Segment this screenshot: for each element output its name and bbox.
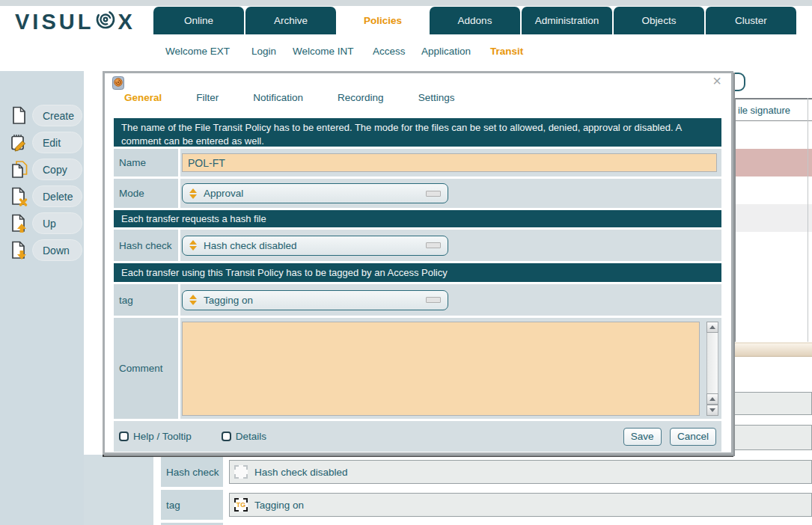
subnav-application[interactable]: Application [421,46,471,57]
table-row[interactable] [736,176,812,204]
new-document-icon [10,106,27,128]
help-tooltip-checkbox-group: Help / Tooltip [119,431,192,442]
hash-banner: Each transfer requests a hash file [114,210,721,227]
mode-row: Mode Approval [114,179,721,208]
tag-select[interactable]: Tagging on [182,290,448,310]
comment-scrollbar[interactable] [706,322,718,416]
main-nav: Online Archive Policies Addons Administr… [153,7,796,34]
tab-online[interactable]: Online [153,7,244,34]
tab-archive[interactable]: Archive [245,7,336,34]
hash-check-label: Hash check [114,230,178,261]
dialog-tab-notification[interactable]: Notification [253,92,303,103]
table-row[interactable] [736,232,812,342]
edit-button[interactable]: Edit [0,132,84,154]
scroll-track[interactable] [706,333,718,393]
background-form-row-hash-check: Hash check Hash check disabled [161,457,812,487]
comment-textarea[interactable] [182,322,700,416]
move-up-icon [10,214,28,236]
hash-check-bg-value: Hash check disabled [254,467,348,478]
dialog-app-icon [112,76,125,93]
details-checkbox[interactable] [222,432,231,441]
dialog-tab-general[interactable]: General [124,92,162,103]
down-button[interactable]: Down [0,239,84,262]
copy-button[interactable]: Copy [0,159,84,181]
dialog-tab-recording[interactable]: Recording [338,92,384,103]
background-table-header: ile signature [736,98,812,121]
up-button[interactable]: Up [0,212,84,235]
scroll-up-button[interactable] [706,322,718,333]
footer-buttons: Save Cancel [618,428,716,446]
mode-selected-value: Approval [204,188,243,199]
mode-select[interactable]: Approval [182,183,448,203]
subnav-access[interactable]: Access [373,46,406,57]
delete-label: Delete [43,191,73,203]
sidebar: Create Edit Copy Delete Up Down [0,71,84,525]
subnav-welcome-ext[interactable]: Welcome EXT [165,46,230,57]
delete-document-icon [10,187,28,209]
logo-text-left: VISUL [15,10,94,34]
save-button[interactable]: Save [623,428,662,446]
subnav-login[interactable]: Login [251,46,276,57]
tag-label: tag [114,284,178,316]
table-row[interactable] [736,121,812,149]
create-label: Create [43,110,74,122]
dialog-footer: Help / Tooltip Details Save Cancel [114,421,721,452]
tab-policies[interactable]: Policies [338,7,428,34]
hash-check-selected-value: Hash check disabled [204,240,297,251]
top-strip [0,0,812,6]
delete-button[interactable]: Delete [0,185,84,208]
disabled-dashed-box-icon [234,465,248,479]
background-toolbar-fragment [735,343,812,357]
cancel-button[interactable]: Cancel [670,428,716,446]
dialog-tabs: General Filter Notification Recording Se… [124,92,454,103]
subnav-transit[interactable]: Transit [490,46,523,57]
hash-check-select[interactable]: Hash check disabled [182,236,448,256]
tab-cluster[interactable]: Cluster [706,7,796,34]
copy-label: Copy [43,164,67,176]
tag-banner: Each transfer using this Transit Policy … [114,263,721,282]
scroll-down-button[interactable] [706,405,718,416]
help-tooltip-label: Help / Tooltip [133,431,192,442]
dialog-tab-settings[interactable]: Settings [418,92,455,103]
mode-label: Mode [114,179,178,208]
select-arrows-icon [189,240,197,251]
background-form-row-tag: tag TG Tagging on [161,490,812,520]
table-row[interactable] [736,204,812,232]
create-button[interactable]: Create [0,105,84,127]
comment-label: Comment [114,318,178,419]
scroll-up-button-bottom[interactable] [706,393,718,405]
move-down-icon [10,241,28,263]
transit-policy-dialog: × General Filter Notification Recording … [103,71,733,455]
background-table: ile signature [735,98,812,342]
intro-banner: The name of the File Transit Policy has … [114,118,721,147]
app-logo: VISUL X [15,8,135,36]
tag-bg-label: tag [161,490,223,520]
tab-objects[interactable]: Objects [614,7,704,34]
hash-check-bg-label: Hash check [161,457,223,487]
close-icon[interactable]: × [712,73,721,88]
name-label: Name [114,149,178,176]
copy-document-icon [10,160,28,182]
logo-text-right: X [117,10,135,34]
select-arrows-icon [189,188,197,199]
select-handle-icon [426,191,441,197]
subnav-welcome-int[interactable]: Welcome INT [293,46,354,57]
visulox-spiral-icon [94,8,117,36]
hash-check-row: Hash check Hash check disabled [114,230,721,261]
tag-tg-icon: TG [234,498,248,512]
help-tooltip-checkbox[interactable] [119,432,129,441]
dialog-content: The name of the File Transit Policy has … [114,118,721,452]
tab-administration[interactable]: Administration [522,7,612,34]
tab-addons[interactable]: Addons [430,7,520,34]
comment-row: Comment [114,318,721,419]
name-input[interactable] [182,153,717,172]
tag-selected-value: Tagging on [204,295,253,306]
tag-row: tag Tagging on [114,284,721,316]
dialog-tab-filter[interactable]: Filter [196,92,219,103]
tag-bg-value: Tagging on [254,500,304,511]
down-label: Down [43,245,70,257]
table-row-selected[interactable] [736,149,812,176]
up-label: Up [43,218,56,230]
select-handle-icon [426,242,441,248]
edit-document-icon [10,133,28,155]
